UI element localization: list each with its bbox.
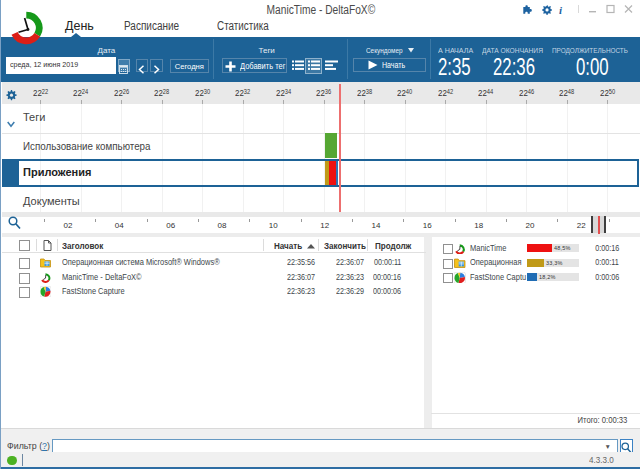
svg-text:i: i xyxy=(559,4,563,15)
